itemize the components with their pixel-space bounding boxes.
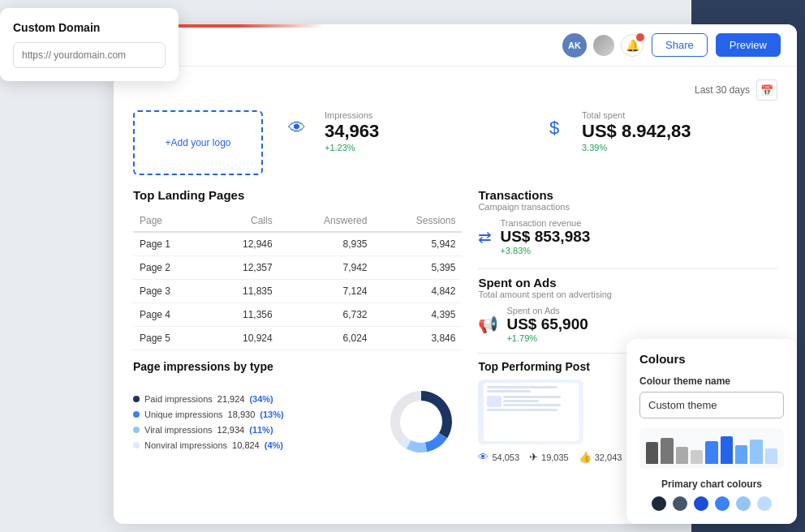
table-cell: 5,395 (373, 256, 462, 280)
table-cell: 8,935 (279, 232, 374, 256)
table-cell: 6,024 (279, 327, 374, 350)
chart-preview-bar (721, 436, 733, 464)
legend-dot (133, 427, 140, 433)
legend-label: Unique impressions (144, 410, 223, 419)
share-button[interactable]: Share (652, 33, 708, 57)
table-cell: 4,842 (373, 280, 462, 303)
legend-item: Viral impressions 12,934 (11%) (133, 425, 364, 435)
post-stat-icon: ✈ (529, 451, 538, 463)
col-page: Page (133, 210, 207, 232)
table-cell: 6,732 (279, 303, 374, 327)
table-cell: 11,835 (207, 280, 279, 303)
transactions-section: Transactions Campaign transactions ⇄ Tra… (478, 188, 777, 255)
total-spent-icon: $ (536, 110, 572, 146)
post-stat-icon: 👍 (579, 451, 592, 463)
post-stat-value: 19,035 (541, 453, 569, 462)
chart-preview-bar (646, 442, 658, 464)
thumb-line-6 (487, 409, 557, 411)
impressions-icon: 👁 (279, 110, 315, 146)
left-column: Top Landing Pages Page Calls Answered Se… (133, 188, 462, 463)
colour-dot[interactable] (673, 496, 687, 511)
post-stat-item: 👁54,053 (478, 451, 519, 463)
spent-on-ads-subtitle: Total amount spent on advertising (478, 290, 777, 299)
impressions-value: 34,963 (325, 122, 379, 141)
legend-value: 10,824 (232, 440, 260, 450)
spent-on-ads-value: US$ 65,900 (506, 315, 588, 333)
colour-theme-input[interactable] (639, 392, 784, 418)
transaction-revenue-label: Transaction revenue (500, 218, 590, 228)
colours-panel-title: Colours (639, 352, 784, 366)
table-cell: 7,124 (279, 280, 374, 303)
post-thumbnail (478, 380, 583, 444)
legend-pct: (4%) (265, 440, 283, 450)
thumb-lines (503, 396, 575, 407)
primary-colours-label: Primary chart colours (639, 478, 784, 490)
table-cell: Page 5 (133, 327, 207, 350)
avatar-ak: AK (562, 33, 587, 58)
colour-dot[interactable] (736, 496, 751, 511)
impressions-label: Impressions (325, 110, 379, 120)
landing-pages-table: Page Calls Answered Sessions Page 112,94… (133, 210, 462, 350)
donut-chart (381, 381, 462, 462)
spent-on-ads-label: Spent on Ads (506, 306, 588, 315)
domain-input[interactable] (13, 42, 166, 68)
impressions-legend: Paid impressions 21,924 (34%) Unique imp… (133, 394, 364, 450)
colour-dot[interactable] (652, 496, 666, 511)
chart-preview-bar (705, 441, 717, 465)
table-cell: 3,846 (373, 327, 462, 350)
thumb-line-3 (503, 396, 561, 398)
transaction-revenue-change: +3.83% (500, 246, 590, 255)
table-header-row: Page Calls Answered Sessions (133, 210, 462, 232)
spent-on-ads-section: Spent on Ads Total amount spent on adver… (478, 276, 777, 343)
col-sessions: Sessions (373, 210, 462, 232)
post-stat-item: 👍32,043 (579, 451, 622, 463)
table-row: Page 311,8357,1244,842 (133, 280, 462, 303)
add-logo-button[interactable]: +Add your logo (133, 110, 263, 175)
legend-label: Nonviral impressions (144, 440, 227, 450)
total-spent-stat: $ Total spent US$ 8.942,83 3.39% (536, 110, 777, 152)
post-stat-value: 54,053 (492, 453, 519, 462)
colour-dot[interactable] (694, 496, 708, 511)
preview-button[interactable]: Preview (716, 33, 781, 57)
avatar-img (592, 33, 616, 58)
colour-theme-label: Colour theme name (639, 375, 784, 387)
notification-icon[interactable]: 🔔 (621, 34, 644, 57)
donut-segment (390, 391, 421, 444)
table-cell: 12,357 (207, 256, 279, 280)
date-label: Last 30 days (695, 84, 750, 96)
colour-dot[interactable] (715, 496, 730, 511)
chart-preview-bar (676, 447, 688, 464)
table-cell: 5,942 (373, 232, 462, 256)
impressions-chart-title: Page impressions by type (133, 360, 462, 373)
legend-pct: (13%) (260, 410, 283, 419)
chart-preview-bar (735, 445, 747, 464)
calendar-icon[interactable]: 📅 (756, 79, 777, 101)
legend-pct: (11%) (249, 425, 273, 435)
colours-panel: Colours Colour theme name Primary chart … (626, 339, 797, 524)
chart-preview-bar (765, 448, 777, 464)
thumb-line-1 (487, 386, 557, 388)
legend-label: Viral impressions (144, 425, 213, 435)
impressions-stat: 👁 Impressions 34,963 +1.23% (279, 110, 520, 152)
table-cell: 4,395 (373, 303, 462, 327)
legend-value: 21,924 (217, 394, 245, 404)
chart-preview-bar (691, 450, 703, 464)
legend-label: Paid impressions (144, 394, 213, 404)
table-cell: 10,924 (207, 327, 279, 350)
total-spent-label: Total spent (582, 110, 691, 120)
spent-on-ads-change: +1.79% (506, 333, 588, 343)
table-row: Page 212,3577,9425,395 (133, 256, 462, 280)
transaction-revenue-value: US$ 853,983 (500, 228, 590, 246)
table-cell: Page 2 (133, 256, 207, 280)
colour-dot[interactable] (757, 496, 772, 511)
table-cell: 12,946 (207, 232, 279, 256)
post-thumb-inner (484, 383, 579, 441)
impressions-change: +1.23% (325, 143, 379, 152)
post-stat-value: 32,043 (595, 453, 622, 462)
divider (478, 268, 777, 269)
thumb-sq (487, 396, 502, 407)
table-cell: Page 1 (133, 232, 207, 256)
notification-badge (635, 32, 645, 42)
date-row: Last 30 days 📅 (133, 79, 777, 101)
custom-domain-title: Custom Domain (13, 21, 166, 34)
